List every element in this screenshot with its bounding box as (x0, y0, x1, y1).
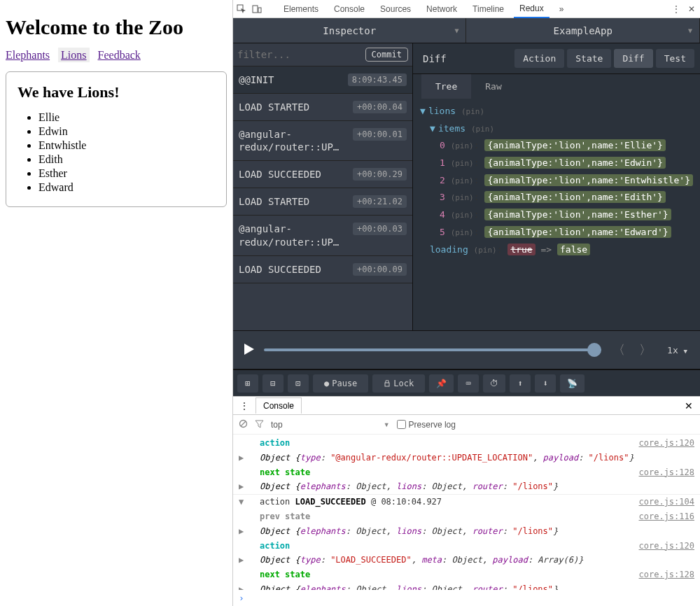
download-icon[interactable]: ⬇ (535, 374, 556, 393)
page-title: Welcome to the Zoo (6, 15, 227, 39)
drawer-close-icon[interactable]: ✕ (678, 400, 700, 411)
drawer-menu-icon[interactable]: ⋮ (233, 401, 255, 411)
subtab-tree[interactable]: Tree (421, 74, 471, 99)
tab-elements[interactable]: Elements (278, 1, 324, 17)
console-line: ▶Object {elephants: Object, lions: Objec… (233, 524, 700, 539)
list-item: Edward (38, 181, 215, 194)
close-icon[interactable]: ✕ (686, 3, 697, 15)
keyboard-icon[interactable]: ⌨ (458, 374, 479, 393)
devtools: Elements Console Sources Network Timelin… (232, 0, 700, 606)
pause-button[interactable]: ● Pause (313, 374, 368, 393)
console-line: next statecore.js:128 (233, 465, 700, 480)
console-line: ▼action LOAD_SUCCEEDED @ 08:10:04.927cor… (233, 494, 700, 509)
bottom-toolbar: ⊞ ⊟ ⊡ ● Pause Lock 📌 ⌨ ⏱ ⬆ ⬇ 📡 (233, 369, 700, 396)
layout-2-icon[interactable]: ⊟ (262, 374, 284, 393)
animals-card: We have Lions! Ellie Edwin Entwhistle Ed… (6, 71, 227, 207)
view-diff[interactable]: Diff (614, 49, 652, 68)
inspector-tab[interactable]: Inspector▼ (233, 18, 467, 43)
pin-icon[interactable]: 📌 (429, 374, 454, 393)
action-row[interactable]: LOAD_SUCCEEDED+00:00.09 (233, 256, 412, 283)
nav: Elephants Lions Feedback (6, 49, 227, 62)
nav-feedback[interactable]: Feedback (98, 49, 141, 61)
list-item: Ellie (38, 111, 215, 124)
svg-rect-3 (385, 383, 389, 386)
view-state[interactable]: State (567, 49, 611, 68)
disclosure-icon[interactable]: ▼ (430, 120, 437, 138)
svg-rect-2 (258, 8, 261, 13)
console-line: actioncore.js:120 (233, 436, 700, 451)
action-list-panel: Commit @@INIT8:09:43.45LOAD_STARTED+00:0… (233, 43, 413, 330)
prev-action-icon[interactable]: 〈 (610, 341, 628, 358)
tabs-overflow[interactable]: » (554, 1, 570, 17)
console-line: prev statecore.js:116 (233, 509, 700, 524)
context-select[interactable]: top▼ (271, 420, 390, 430)
card-title: We have Lions! (18, 83, 215, 101)
panel-title: Diff (419, 53, 512, 64)
console-tab[interactable]: Console (255, 397, 302, 414)
play-icon[interactable] (241, 342, 255, 358)
action-row[interactable]: LOAD_STARTED+00:21.02 (233, 188, 412, 216)
slider-thumb[interactable] (587, 343, 601, 357)
playback-slider[interactable] (264, 348, 601, 351)
zoo-app: Welcome to the Zoo Elephants Lions Feedb… (0, 0, 232, 606)
console-line: actioncore.js:120 (233, 539, 700, 554)
action-row[interactable]: @angular-redux/router::UPDAT…+00:00.03 (233, 216, 412, 255)
chevron-down-icon: ▼ (688, 27, 692, 34)
console-line: ▶Object {elephants: Object, lions: Objec… (233, 582, 700, 590)
console-line: ▶Object {elephants: Object, lions: Objec… (233, 479, 700, 494)
tab-redux[interactable]: Redux (514, 0, 550, 18)
chevron-down-icon: ▼ (454, 27, 458, 34)
kebab-icon[interactable]: ⋮ (671, 3, 682, 15)
nav-elephants[interactable]: Elephants (6, 49, 50, 61)
console-output: actioncore.js:120▶Object {type: "@angula… (233, 435, 700, 590)
animals-list: Ellie Edwin Entwhistle Edith Esther Edwa… (18, 111, 215, 194)
console-line: ▶Object {type: "@angular-redux/router::U… (233, 451, 700, 465)
remote-icon[interactable]: 📡 (560, 374, 584, 393)
next-action-icon[interactable]: 〉 (636, 341, 654, 358)
redux-panel: Inspector▼ ExampleApp▼ Commit @@INIT8:09… (233, 18, 700, 396)
layout-1-icon[interactable]: ⊞ (237, 374, 258, 393)
list-item: Entwhistle (38, 139, 215, 152)
action-row[interactable]: @angular-redux/router::UPDAT…+00:00.01 (233, 121, 412, 161)
lock-button[interactable]: Lock (372, 374, 425, 393)
disclosure-icon[interactable]: ▼ (420, 103, 427, 120)
instance-tab[interactable]: ExampleApp▼ (466, 18, 700, 43)
diff-tree: ▼lions (pin)▼items (pin)0 (pin): {animal… (413, 99, 700, 330)
devtools-tabs: Elements Console Sources Network Timelin… (233, 0, 700, 18)
action-row[interactable]: LOAD_STARTED+00:00.04 (233, 94, 412, 121)
commit-button[interactable]: Commit (365, 48, 408, 62)
inspect-icon[interactable] (236, 3, 247, 15)
layout-3-icon[interactable]: ⊡ (288, 374, 309, 393)
action-row[interactable]: @@INIT8:09:43.45 (233, 66, 412, 94)
tab-console[interactable]: Console (328, 1, 370, 17)
svg-line-5 (241, 421, 246, 426)
device-icon[interactable] (251, 3, 262, 15)
tab-sources[interactable]: Sources (374, 1, 416, 17)
list-item: Esther (38, 167, 215, 180)
timer-off-icon[interactable]: ⏱ (483, 374, 505, 393)
nav-lions[interactable]: Lions (58, 48, 89, 62)
preserve-log-label: Preserve log (409, 420, 456, 430)
console-prompt[interactable]: › (233, 590, 700, 606)
console-line: next statecore.js:128 (233, 568, 700, 582)
list-item: Edith (38, 153, 215, 166)
action-row[interactable]: LOAD_SUCCEEDED+00:00.29 (233, 161, 412, 188)
preserve-log-checkbox[interactable] (397, 420, 406, 429)
speed-select[interactable]: 1x ▼ (663, 345, 692, 355)
playback-bar: 〈 〉 1x ▼ (233, 330, 700, 369)
state-panel: Diff Action State Diff Test Tree Raw ▼li… (413, 43, 700, 330)
filter-icon[interactable] (255, 419, 264, 430)
tab-timeline[interactable]: Timeline (467, 1, 510, 17)
tab-network[interactable]: Network (421, 1, 463, 17)
clear-console-icon[interactable] (239, 419, 248, 430)
svg-rect-1 (253, 6, 258, 13)
subtab-raw[interactable]: Raw (471, 74, 515, 99)
console-line: ▶Object {type: "LOAD_SUCCEEDED", meta: O… (233, 553, 700, 568)
console-drawer: ⋮ Console ✕ top▼ Preserve log actioncore… (233, 396, 700, 606)
filter-input[interactable] (237, 49, 365, 60)
view-test[interactable]: Test (656, 49, 694, 68)
list-item: Edwin (38, 125, 215, 138)
view-action[interactable]: Action (514, 49, 564, 68)
redux-top-tabs: Inspector▼ ExampleApp▼ (233, 18, 700, 43)
upload-icon[interactable]: ⬆ (510, 374, 531, 393)
